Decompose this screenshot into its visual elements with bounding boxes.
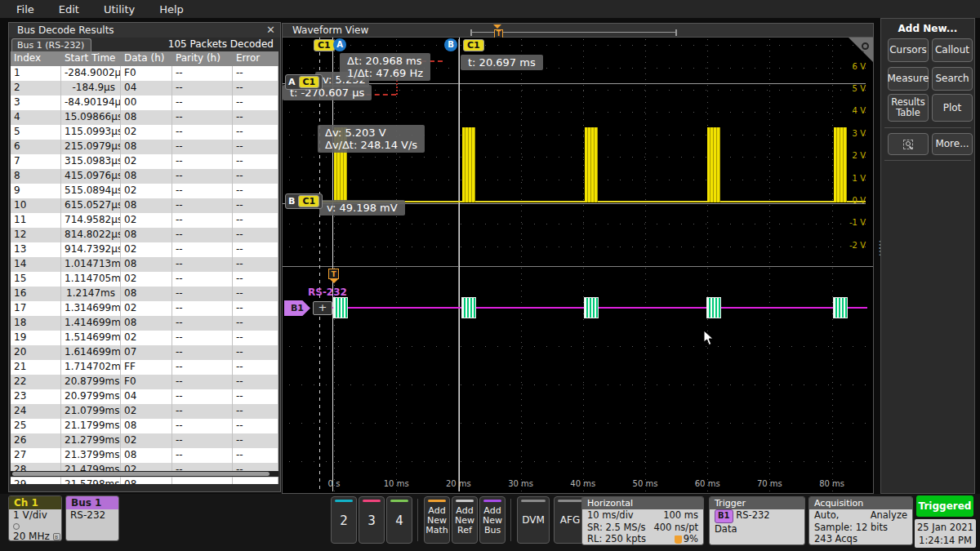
record-length: RL: 250 kpts	[587, 533, 646, 545]
cursor-a-handle[interactable]: A	[333, 38, 346, 51]
button-color-stripe	[521, 500, 546, 502]
cursor-a-horizontal-line[interactable]	[283, 83, 866, 84]
packets-decoded-count: 105 Packets Decoded	[168, 38, 274, 50]
acquisition-sample-bits: Sample: 12 bits	[814, 522, 907, 534]
divider	[510, 499, 511, 541]
cursor-a-channel-chip[interactable]: C1	[314, 39, 335, 51]
cell-error: --	[233, 125, 278, 140]
table-row[interactable]: 23 20.9799ms 04 -- --	[11, 389, 278, 404]
bus1-badge[interactable]: B1	[284, 300, 310, 316]
cell-error: --	[233, 287, 278, 301]
table-row[interactable]: 26 21.2799ms 02 -- --	[11, 433, 278, 448]
cursor-b-channel-chip[interactable]: C1	[463, 39, 484, 51]
table-row[interactable]: 10 615.0527µs 08 -- --	[11, 198, 278, 213]
menu-item[interactable]: Help	[159, 3, 184, 16]
cell-start-time: 21.5798ms	[61, 478, 121, 484]
table-row[interactable]: 19 1.514699ms 02 -- --	[11, 331, 278, 345]
table-row[interactable]: 27 21.3799ms 08 -- --	[11, 448, 278, 463]
cell-data-hex: FF	[121, 360, 172, 375]
table-row[interactable]: 4 15.09866µs 08 -- --	[11, 110, 278, 125]
table-row[interactable]: 7 315.0983µs 02 -- --	[11, 154, 278, 169]
table-row[interactable]: 5 115.0993µs 02 -- --	[11, 125, 278, 140]
minimap-trigger-arrow-icon	[493, 24, 501, 29]
table-row[interactable]: 14 1.014713ms 08 -- --	[11, 257, 278, 272]
zoom-mode-button[interactable]	[888, 133, 929, 155]
table-row[interactable]: 2 -184.9µs 04 -- --	[11, 81, 278, 96]
cell-start-time: 1.2147ms	[61, 287, 121, 301]
add-new-panel: Add New... Cursors Callout Measure Searc…	[880, 18, 975, 494]
cursor-b-handle[interactable]: B	[444, 38, 457, 51]
cursor-b-vertical-line[interactable]	[459, 38, 460, 491]
table-row[interactable]: 6 215.0979µs 08 -- --	[11, 140, 278, 154]
trigger-settings-panel[interactable]: Trigger B1 RS-232 Data	[709, 496, 805, 545]
cell-error: --	[233, 184, 278, 198]
channel-4-button[interactable]: 4	[386, 496, 412, 544]
dvm-button[interactable]: DVM	[517, 496, 550, 544]
channel-2-button[interactable]: 2	[331, 496, 357, 544]
waveform-plot-area[interactable]: C1 A B C1 v: 5.252 Δt: 20.968 ms 1/Δt: 4…	[283, 38, 873, 493]
cell-index: 9	[11, 184, 61, 198]
add-new-button-label: Add New Ref	[452, 506, 477, 535]
acquisition-settings-panel[interactable]: Acquisition Auto,Analyze Sample: 12 bits…	[808, 496, 913, 545]
cell-error: --	[233, 140, 278, 154]
cell-index: 18	[11, 316, 61, 331]
table-row[interactable]: 29 21.5798ms 08 -- --	[11, 478, 278, 484]
add-measure-button[interactable]: Measure	[888, 67, 929, 91]
add-cursors-button[interactable]: Cursors	[888, 38, 929, 62]
cell-data-hex: 02	[121, 331, 172, 345]
trigger-marker[interactable]: T	[328, 269, 339, 279]
menu-item[interactable]: Edit	[59, 3, 79, 16]
close-icon[interactable]: ✕	[266, 24, 275, 36]
horizontal-settings-panel[interactable]: Horizontal 10 ms/div100 ms SR: 2.5 MS/s4…	[581, 496, 704, 545]
horizontal-scrollbar[interactable]	[11, 471, 278, 477]
table-row[interactable]: 9 515.0894µs 02 -- --	[11, 184, 278, 198]
bus1-badge-bottom[interactable]: Bus 1 RS-232	[65, 495, 119, 541]
add-search-button[interactable]: Search	[932, 67, 973, 91]
table-row[interactable]: 25 21.1799ms 08 -- --	[11, 419, 278, 433]
tab-bus1-rs232[interactable]: Bus 1 (RS-232)	[11, 38, 91, 51]
more-button[interactable]: More...	[932, 133, 973, 155]
add-results-table-button[interactable]: Results Table	[888, 94, 929, 122]
add-plot-button[interactable]: Plot	[932, 94, 973, 122]
channel1-badge[interactable]: Ch 1 1 V/div 20 MHz B	[8, 495, 62, 541]
gridline-horizontal	[289, 112, 866, 113]
gridline-horizontal	[289, 384, 866, 385]
add-callout-button[interactable]: Callout	[932, 38, 973, 62]
cursor-b-side-badge[interactable]: B C1	[285, 193, 323, 209]
channel1-badge-title: Ch 1	[9, 496, 61, 509]
add-new-ref-button[interactable]: Add New Ref	[452, 496, 478, 544]
channel-3-button[interactable]: 3	[359, 496, 385, 544]
add-new-bus-button[interactable]: Add New Bus	[479, 496, 506, 544]
table-row[interactable]: 18 1.414699ms 08 -- --	[11, 316, 278, 331]
table-row[interactable]: 1 -284.9002µs F0 -- --	[11, 66, 278, 81]
scrollbar-thumb[interactable]	[12, 472, 270, 476]
table-row[interactable]: 3 -84.90194µs 00 -- --	[11, 96, 278, 110]
table-row[interactable]: 21 1.714702ms FF -- --	[11, 360, 278, 375]
cell-parity: --	[172, 448, 233, 463]
table-row[interactable]: 20 1.614699ms 07 -- --	[11, 345, 278, 360]
table-row[interactable]: 17 1.314699ms 02 -- --	[11, 301, 278, 316]
table-row[interactable]: 13 914.7392µs 02 -- --	[11, 242, 278, 257]
zoom-corner-control[interactable]	[849, 38, 873, 62]
cell-start-time: 21.1799ms	[61, 419, 121, 433]
table-row[interactable]: 24 21.0799ms 02 -- --	[11, 404, 278, 419]
channel1-burst	[585, 127, 598, 202]
trigger-position-line[interactable]	[332, 38, 333, 491]
table-row[interactable]: 11 714.9582µs 02 -- --	[11, 213, 278, 228]
bus1-expand-button[interactable]: +	[313, 301, 332, 315]
horizontal-position-minimap[interactable]: T	[470, 29, 677, 36]
menu-item[interactable]: Utility	[104, 3, 135, 16]
cell-start-time: 714.9582µs	[61, 213, 121, 228]
cursor-a-side-badge[interactable]: A C1	[285, 74, 323, 90]
table-row[interactable]: 12 814.8022µs 08 -- --	[11, 228, 278, 242]
cell-index: 3	[11, 96, 61, 110]
add-new-math-button[interactable]: Add New Math	[424, 496, 450, 544]
decode-results-table: IndexStart TimeData (h)Parity (h)Error 1…	[11, 51, 278, 484]
menu-item[interactable]: File	[16, 3, 34, 16]
table-row[interactable]: 22 20.8799ms F0 -- --	[11, 375, 278, 389]
table-row[interactable]: 8 415.0976µs 08 -- --	[11, 169, 278, 184]
cursor-a-vertical-line[interactable]	[319, 38, 320, 491]
table-row[interactable]: 16 1.2147ms 08 -- --	[11, 287, 278, 301]
table-row[interactable]: 15 1.114705ms 02 -- --	[11, 272, 278, 287]
acquisition-count: 243 Acqs	[814, 533, 907, 545]
